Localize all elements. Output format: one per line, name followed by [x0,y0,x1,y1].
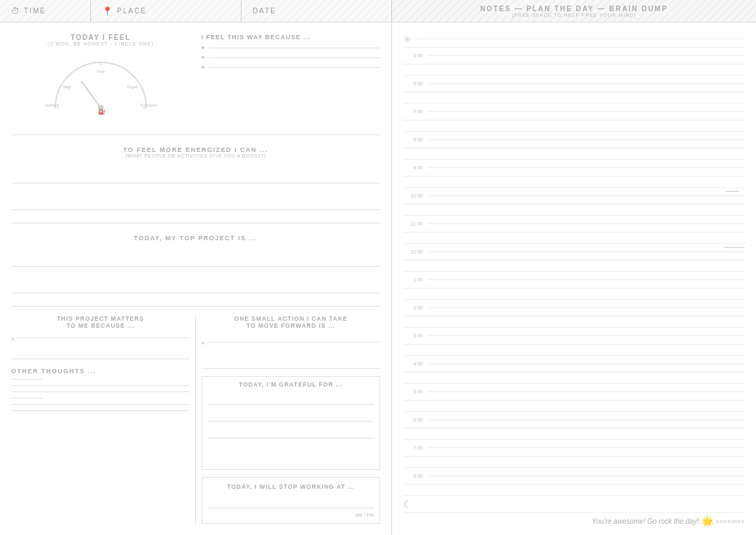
time-label-900: 9:00 [403,165,423,170]
grateful-title: TODAY, I'M GRATEFUL FOR ... [208,381,374,388]
gauge-svg: Depleted Meh Fine Good Energized ⛽ [45,52,157,115]
bottom-left-col: THIS PROJECT MATTERS TO ME BECAUSE ... O… [11,315,196,524]
action-bullet-line[interactable] [207,342,380,342]
time-slot-500[interactable]: 5:00 [403,48,745,64]
header-place[interactable]: 📍 PLACE [91,0,241,22]
other-short-line-1[interactable] [11,379,43,380]
time-slot-600pmb[interactable] [403,429,745,440]
time-slot-1200[interactable]: 12:00 [403,244,745,260]
feel-because-title: I FEEL THIS WAY BECAUSE ... [202,34,381,41]
time-line-1000[interactable] [428,195,745,196]
notes-title: NOTES — PLAN THE DAY — BRAIN DUMP [480,5,668,13]
other-full-line-3[interactable] [11,404,190,405]
time-slot-600pm[interactable]: 6:00 [403,412,745,429]
proj-bullet-dot [11,338,14,340]
time-slot-700pm[interactable]: 7:00 [403,440,745,457]
time-slot-600b[interactable] [403,92,745,104]
time-slot-1000b[interactable] [403,204,745,216]
time-slot-400b[interactable] [403,373,745,384]
project-line-1[interactable] [11,254,380,267]
time-line-900[interactable] [428,167,745,168]
bullet-3 [202,66,204,69]
grateful-line-1[interactable] [208,392,374,405]
time-line-300[interactable] [428,335,745,336]
time-slot-700pmb[interactable] [403,457,745,468]
time-slot-800pm[interactable]: 8:00 [403,468,745,485]
stop-working-box[interactable]: TODAY, I WILL STOP WORKING AT ... AM / P… [202,477,380,524]
bullet-2 [202,56,204,59]
bullet-1 [202,46,204,49]
header-time[interactable]: ⏱ TIME [0,0,91,22]
time-slot-300b[interactable] [403,345,745,356]
time-slot-900[interactable]: 9:00 [403,160,745,176]
svg-line-5 [81,81,101,108]
time-label: TIME [24,7,46,15]
time-slot-600[interactable]: 6:00 [403,76,745,92]
bullet-line-text-3[interactable] [209,67,381,68]
time-line-200[interactable] [428,307,745,308]
content: TODAY I FEEL (C'MON, BE HONEST - CIRCLE … [0,22,756,535]
proj-bullet-line[interactable] [17,338,190,338]
grateful-section[interactable]: TODAY, I'M GRATEFUL FOR ... [202,376,380,470]
bullet-line-text-1[interactable] [209,48,381,48]
action-bullet-1 [202,336,380,345]
time-slot-400[interactable]: 4:00 [403,356,745,373]
time-slot-800b[interactable] [403,148,745,160]
time-slot-500b[interactable] [403,64,745,76]
today-feel-title: TODAY I FEEL [71,34,131,41]
time-line-400[interactable] [428,363,745,364]
other-thoughts-title: OTHER THOUGHTS ... [11,368,190,375]
time-line-800[interactable] [428,139,745,140]
time-slot-700[interactable]: 7:00 [403,104,745,120]
other-short-line-2[interactable] [11,398,43,398]
time-line-800pm[interactable] [428,475,745,476]
time-slot-100[interactable]: 1:00 [403,272,745,289]
time-slot-800pmb[interactable] [403,485,745,496]
time-line-100[interactable] [428,279,745,280]
time-slot-300[interactable]: 3:00 [403,328,745,345]
time-slot-200[interactable]: 2:00 [403,300,745,317]
project-line-2[interactable] [11,281,380,293]
time-line-700pm[interactable] [428,447,745,448]
time-slot-100b[interactable] [403,289,745,300]
grateful-line-3[interactable] [208,426,374,438]
time-line-500pm[interactable] [428,391,745,392]
time-line-1200[interactable] [428,251,745,252]
place-icon: 📍 [102,6,113,16]
time-slot-moon: ☾ [403,496,745,513]
grateful-line-2[interactable] [208,409,374,422]
page: ⏱ TIME 📍 PLACE DATE NOTES — PLAN THE DAY… [0,0,756,535]
time-slot-500pmb[interactable] [403,401,745,412]
other-full-line-2[interactable] [11,391,190,392]
time-slot-500pm[interactable]: 5:00 [403,384,745,401]
sun-icon: ✳ [403,34,412,45]
time-line-500[interactable] [428,55,745,56]
time-slot-1200b[interactable] [403,260,745,272]
time-slot-900b[interactable] [403,176,745,188]
other-full-line-1[interactable] [11,385,190,386]
time-slot-1000[interactable]: 10:00 [403,188,745,204]
divider-5 [202,368,380,369]
action-space [202,350,380,361]
other-full-line-4[interactable] [11,410,190,411]
stop-working-line[interactable] [208,496,374,508]
time-slot-1100b[interactable] [403,232,745,244]
header-right: NOTES — PLAN THE DAY — BRAIN DUMP (FREE … [392,0,756,22]
one-action-title: ONE SMALL ACTION I CAN TAKE TO MOVE FORW… [202,315,380,329]
time-line-600pm[interactable] [428,419,745,420]
time-slot-1100[interactable]: 11:00 [403,216,745,232]
bullet-line-text-2[interactable] [209,57,381,58]
time-slot-800[interactable]: 8:00 [403,132,745,148]
time-line-1100[interactable] [428,223,745,224]
energize-line-2[interactable] [11,197,380,210]
brand-label: onenotes [716,518,745,524]
time-slot-200b[interactable] [403,317,745,328]
top-project-title: TODAY, MY TOP PROJECT IS ... [11,235,380,242]
time-label-800pm: 8:00 [403,473,423,478]
time-slot-700b[interactable] [403,120,745,132]
time-line-600[interactable] [428,83,745,84]
time-line-700[interactable] [428,111,745,112]
energize-line-1[interactable] [11,171,380,183]
divider-2 [11,223,380,223]
header-date[interactable]: DATE [241,0,391,22]
